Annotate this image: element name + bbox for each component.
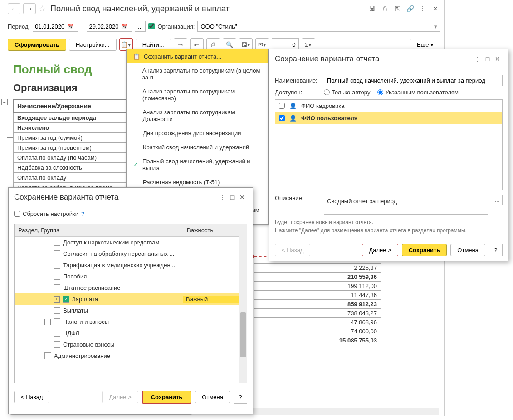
dialog-more-icon[interactable]: ⋮ — [217, 192, 227, 202]
favorite-icon[interactable]: ☆ — [39, 4, 46, 14]
date-to-field[interactable]: 📅 — [87, 21, 132, 32]
tree-row[interactable]: Штатное расписание — [15, 282, 247, 293]
tree-label: Выплаты — [63, 307, 88, 314]
print-icon[interactable]: ⎙ — [380, 4, 390, 14]
more-icon[interactable]: ⋮ — [418, 4, 428, 14]
tree-checkbox[interactable] — [54, 307, 60, 314]
help-button[interactable]: ? — [489, 244, 503, 256]
tree-checkbox[interactable] — [54, 284, 60, 291]
dialog-title: Сохранение варианта отчета — [14, 193, 217, 202]
user-row-selected[interactable]: 👤 ФИО пользователя — [275, 112, 502, 124]
tree-checkbox[interactable] — [54, 273, 60, 280]
tree-row[interactable]: Страховые взносы — [15, 339, 247, 350]
menu-item-current[interactable]: ✓Полный свод начислений, удержаний и вып… — [127, 154, 268, 175]
menu-item[interactable]: Анализ зарплаты по сотрудникам (помесячн… — [127, 84, 268, 105]
tree-row[interactable]: НДФЛ — [15, 327, 247, 339]
cancel-button[interactable]: Отмена — [195, 391, 230, 403]
dialog-close-icon[interactable]: ✕ — [493, 54, 503, 64]
tree-checkbox[interactable]: ✓ — [63, 296, 69, 303]
tree-toggle-1[interactable]: − — [1, 99, 8, 105]
tree-row[interactable]: +✓ЗарплатаВажный — [15, 293, 247, 305]
vertical-scrollbar[interactable] — [239, 235, 247, 383]
col-section: Раздел, Группа — [15, 224, 183, 236]
next-button[interactable]: Далее > — [362, 244, 398, 256]
name-input[interactable] — [324, 75, 503, 86]
help-button[interactable]: ? — [234, 391, 247, 404]
tree-row[interactable]: Пособия — [15, 271, 247, 282]
name-label: Наименование: — [275, 77, 320, 84]
reset-checkbox[interactable] — [14, 211, 20, 217]
back-button[interactable]: < Назад — [275, 244, 310, 256]
export-icon[interactable]: ⇱ — [392, 4, 402, 14]
tree-row[interactable]: Выплаты — [15, 305, 247, 316]
nav-forward-button[interactable]: → — [23, 3, 36, 14]
settings-button[interactable]: Настройки... — [69, 39, 117, 51]
tree-checkbox[interactable] — [54, 330, 60, 337]
close-icon[interactable]: ✕ — [430, 4, 440, 14]
values-column: 2 225,87 210 559,36 199 112,00 11 447,36… — [254, 263, 381, 345]
tree-row[interactable]: Тарификация в медицинских учрежден... — [15, 259, 247, 271]
org-checkbox[interactable] — [148, 23, 155, 29]
dropdown-icon[interactable]: ▾ — [434, 23, 437, 30]
info-text-2: Нажмите "Далее" для размещения варианта … — [275, 227, 503, 234]
user-row[interactable]: 👤 ФИО кадровика — [275, 100, 502, 112]
back-button[interactable]: < Назад — [14, 391, 49, 403]
date-from-field[interactable]: 📅 — [33, 21, 78, 32]
tree-checkbox[interactable] — [54, 239, 60, 246]
radio-users[interactable]: Указанным пользователям — [377, 89, 458, 96]
tree-checkbox[interactable] — [44, 352, 51, 359]
dialog-close-icon[interactable]: ✕ — [237, 192, 247, 202]
next-button[interactable]: Далее > — [102, 391, 138, 403]
tree-row[interactable]: Доступ к наркотическим средствам — [15, 237, 247, 248]
dialog-maximize-icon[interactable]: □ — [483, 54, 493, 64]
help-link-icon[interactable]: ? — [81, 210, 84, 217]
tree-checkbox[interactable] — [54, 262, 60, 269]
desc-input[interactable]: Сводный отчет за период — [324, 195, 488, 215]
generate-button[interactable]: Сформировать — [8, 39, 66, 51]
link-icon[interactable]: 🔗 — [405, 4, 415, 14]
value-cell: 738 043,27 — [254, 309, 381, 318]
radio-author[interactable]: Только автору — [324, 89, 370, 96]
user-icon: 👤 — [289, 115, 297, 122]
tree-row[interactable]: −Налоги и взносы — [15, 316, 247, 327]
desc-expand-button[interactable]: ... — [492, 195, 503, 205]
period-picker-button[interactable]: ... — [135, 21, 146, 32]
expand-icon[interactable]: + — [54, 296, 60, 303]
calendar-icon[interactable]: 📅 — [68, 24, 75, 29]
user-checkbox[interactable] — [279, 103, 285, 109]
dialog-more-icon[interactable]: ⋮ — [473, 54, 483, 64]
tree-checkbox[interactable] — [54, 341, 60, 348]
value-cell: 47 868,96 — [254, 318, 381, 327]
window-title: Полный свод начислений, удержаний и выпл… — [50, 4, 364, 14]
user-checkbox[interactable] — [279, 115, 285, 121]
menu-item[interactable]: Дни прохождения диспансеризации — [127, 126, 268, 140]
tree-row[interactable]: Согласия на обработку персональных ... — [15, 248, 247, 259]
org-field[interactable]: ▾ — [197, 21, 440, 32]
save-button[interactable]: Сохранить — [142, 391, 192, 404]
tree-label: Администрирование — [54, 352, 110, 359]
table-row: Оплата по окладу — [14, 173, 131, 183]
menu-item[interactable]: Анализ зарплаты по сотрудникам (в целом … — [127, 63, 268, 84]
table-row: Входящее сальдо периода — [14, 113, 131, 123]
value-cell: 859 912,23 — [254, 300, 381, 309]
save-icon[interactable]: 🖫 — [367, 4, 377, 14]
tree-row[interactable]: Администрирование — [15, 350, 247, 361]
menu-item-save-variant[interactable]: 📋Сохранить вариант отчета... — [127, 49, 268, 63]
date-from-input[interactable] — [35, 23, 68, 30]
nav-back-button[interactable]: ← — [8, 3, 20, 14]
dialog-maximize-icon[interactable]: □ — [227, 192, 237, 202]
expand-icon[interactable]: − — [44, 319, 51, 325]
calendar-icon[interactable]: 📅 — [122, 24, 129, 29]
tree-checkbox[interactable] — [54, 250, 60, 257]
tree-label: Зарплата — [72, 296, 98, 303]
date-to-input[interactable] — [89, 23, 122, 30]
value-cell: 74 000,00 — [254, 327, 381, 336]
tree-toggle-2[interactable]: − — [7, 132, 13, 138]
org-input[interactable] — [200, 23, 434, 30]
menu-item[interactable]: Анализ зарплаты по сотрудникам Должности — [127, 105, 268, 126]
tree-label: Штатное расписание — [63, 284, 121, 291]
tree-checkbox[interactable] — [54, 318, 60, 325]
menu-item[interactable]: Краткий свод начислений и удержаний — [127, 140, 268, 154]
cancel-button[interactable]: Отмена — [450, 244, 485, 256]
save-button[interactable]: Сохранить — [402, 244, 447, 256]
